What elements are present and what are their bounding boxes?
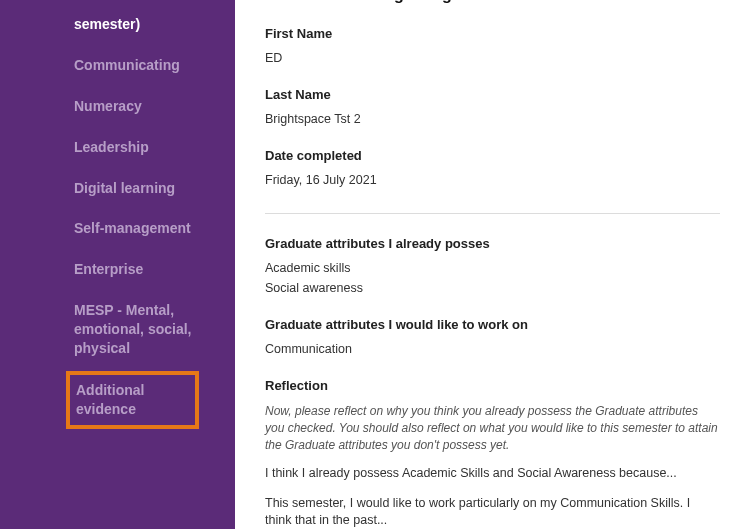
field-attributes-workon: Graduate attributes I would like to work… — [265, 317, 720, 356]
divider — [265, 213, 720, 214]
sidebar-item-mesp[interactable]: MESP - Mental, emotional, social, physic… — [0, 290, 235, 369]
sidebar-item-self-management[interactable]: Self-management — [0, 208, 235, 249]
sidebar-item-communicating[interactable]: Communicating — [0, 45, 235, 86]
sidebar-item-additional-evidence[interactable]: Additional evidence — [76, 381, 191, 419]
sidebar-item-digital-learning[interactable]: Digital learning — [0, 168, 235, 209]
page-title: Skills Profile - beginning of the semest… — [265, 0, 720, 4]
date-completed-value: Friday, 16 July 2021 — [265, 173, 720, 187]
attributes-possess-label: Graduate attributes I already posses — [265, 236, 720, 251]
sidebar-item-semester[interactable]: semester) — [0, 4, 235, 45]
first-name-value: ED — [265, 51, 720, 65]
reflection-paragraph-2: This semester, I would like to work part… — [265, 495, 720, 529]
first-name-label: First Name — [265, 26, 720, 41]
field-reflection: Reflection Now, please reflect on why yo… — [265, 378, 720, 529]
reflection-label: Reflection — [265, 378, 720, 393]
attributes-possess-value-2: Social awareness — [265, 281, 720, 295]
reflection-paragraph-1: I think I already possess Academic Skill… — [265, 465, 720, 483]
attributes-workon-label: Graduate attributes I would like to work… — [265, 317, 720, 332]
field-last-name: Last Name Brightspace Tst 2 — [265, 87, 720, 126]
sidebar-item-leadership[interactable]: Leadership — [0, 127, 235, 168]
last-name-label: Last Name — [265, 87, 720, 102]
attributes-possess-value-1: Academic skills — [265, 261, 720, 275]
highlight-annotation: Additional evidence — [66, 371, 199, 429]
app-frame: semester) Communicating Numeracy Leaders… — [0, 0, 740, 529]
sidebar-item-enterprise[interactable]: Enterprise — [0, 249, 235, 290]
sidebar-item-numeracy[interactable]: Numeracy — [0, 86, 235, 127]
attributes-workon-value: Communication — [265, 342, 720, 356]
field-attributes-possess: Graduate attributes I already posses Aca… — [265, 236, 720, 295]
date-completed-label: Date completed — [265, 148, 720, 163]
reflection-instruction: Now, please reflect on why you think you… — [265, 403, 720, 453]
field-first-name: First Name ED — [265, 26, 720, 65]
last-name-value: Brightspace Tst 2 — [265, 112, 720, 126]
field-date-completed: Date completed Friday, 16 July 2021 — [265, 148, 720, 187]
sidebar: semester) Communicating Numeracy Leaders… — [0, 0, 235, 529]
main-content: Skills Profile - beginning of the semest… — [235, 0, 740, 529]
